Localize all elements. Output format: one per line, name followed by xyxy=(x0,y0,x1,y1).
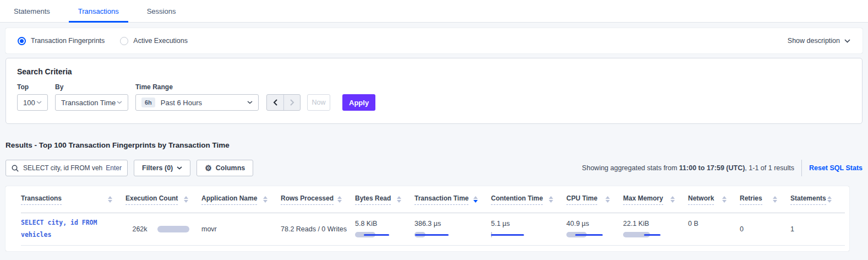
apply-button[interactable]: Apply xyxy=(342,94,375,111)
filters-button[interactable]: Filters (0) xyxy=(134,160,190,176)
cell-application-name: movr xyxy=(201,213,281,245)
column-header-transactions[interactable]: Transactions xyxy=(21,186,125,213)
max-memory-bar xyxy=(623,231,663,238)
chevron-down-icon xyxy=(247,101,253,104)
column-header-rows-processed[interactable]: Rows Processed xyxy=(281,186,355,213)
cell-bytes-read: 5.8 KiB xyxy=(355,213,414,245)
column-header-max-memory[interactable]: Max Memory xyxy=(623,186,688,213)
page-content: Transaction Fingerprints Active Executio… xyxy=(0,28,868,251)
next-time-range-button[interactable] xyxy=(283,95,300,110)
reset-sql-stats-link[interactable]: Reset SQL Stats xyxy=(809,164,862,172)
search-icon xyxy=(12,165,19,172)
time-range-pager xyxy=(266,94,301,111)
sort-icon[interactable] xyxy=(827,196,832,203)
transactions-table: Transactions Execution Count Application… xyxy=(6,186,849,251)
cell-execution-count: 262k xyxy=(125,213,201,245)
tab-statements[interactable]: Statements xyxy=(9,0,55,22)
chevron-down-icon xyxy=(177,166,182,170)
column-header-statements[interactable]: Statements xyxy=(790,186,845,213)
gear-icon: ⚙ xyxy=(205,164,212,172)
sort-icon[interactable] xyxy=(670,196,675,203)
search-input-value: SELECT city, id FROM vehicles W xyxy=(23,164,102,172)
cell-cpu-time: 40.9 µs xyxy=(566,213,623,245)
sort-icon[interactable] xyxy=(337,196,342,203)
chevron-left-icon xyxy=(273,99,277,106)
cell-transaction-time: 386.3 µs xyxy=(414,213,491,245)
sort-icon[interactable] xyxy=(108,196,112,203)
top-select[interactable]: 100 xyxy=(17,94,48,111)
divider xyxy=(801,160,802,176)
columns-button[interactable]: ⚙ Columns xyxy=(196,160,253,176)
sort-icon[interactable] xyxy=(549,196,553,203)
radio-active-executions[interactable]: Active Executions xyxy=(120,37,188,45)
cpu-time-bar xyxy=(566,231,606,238)
radio-unselected-icon xyxy=(120,37,128,45)
cell-retries: 0 xyxy=(740,213,790,245)
results-heading: Results - Top 100 Transaction Fingerprin… xyxy=(6,141,862,149)
results-controls-row: SELECT city, id FROM vehicles W Enter Fi… xyxy=(6,160,862,176)
transaction-time-bar xyxy=(414,231,454,238)
cell-network: 0 B xyxy=(688,213,740,245)
top-label: Top xyxy=(17,83,48,91)
sort-icon[interactable] xyxy=(473,196,478,203)
sort-icon[interactable] xyxy=(773,196,777,203)
column-header-retries[interactable]: Retries xyxy=(740,186,790,213)
bytes-read-bar xyxy=(355,231,395,238)
column-header-contention-time[interactable]: Contention Time xyxy=(491,186,566,213)
time-range-select[interactable]: 6h Past 6 Hours xyxy=(135,94,259,111)
column-header-transaction-time[interactable]: Transaction Time xyxy=(414,186,491,213)
sort-icon[interactable] xyxy=(605,196,610,203)
aggregated-stats-text: Showing aggregated stats from 11:00 to 1… xyxy=(582,164,794,172)
by-label: By xyxy=(55,83,128,91)
by-select[interactable]: Transaction Time xyxy=(55,94,128,111)
column-header-cpu-time[interactable]: CPU Time xyxy=(566,186,623,213)
contention-time-bar xyxy=(491,231,531,238)
table-row: SELECT city, id FROM vehicles 262k movr … xyxy=(21,213,845,246)
search-criteria-card: Search Criteria Top 100 By Transaction T… xyxy=(6,58,862,124)
now-button[interactable]: Now xyxy=(307,94,330,111)
radio-transaction-fingerprints[interactable]: Transaction Fingerprints xyxy=(18,37,105,45)
chevron-down-icon xyxy=(844,39,850,43)
tab-transactions[interactable]: Transactions xyxy=(73,0,124,22)
cell-rows-processed: 78.2 Reads / 0 Writes xyxy=(281,213,355,245)
show-description-toggle[interactable]: Show description xyxy=(788,37,850,45)
table-header-row: Transactions Execution Count Application… xyxy=(21,186,845,213)
transaction-fingerprint-link[interactable]: SELECT city, id FROM vehicles xyxy=(21,217,116,241)
search-criteria-title: Search Criteria xyxy=(17,67,851,76)
chevron-down-icon xyxy=(117,101,122,104)
search-input[interactable]: SELECT city, id FROM vehicles W Enter xyxy=(6,160,128,176)
execution-count-bar xyxy=(157,226,189,232)
sort-icon[interactable] xyxy=(263,196,268,203)
enter-hint: Enter xyxy=(106,164,122,172)
sort-icon[interactable] xyxy=(184,196,188,203)
radio-selected-icon xyxy=(18,37,26,45)
cell-statements: 1 xyxy=(790,213,845,245)
previous-time-range-button[interactable] xyxy=(267,95,283,110)
view-toggle-bar: Transaction Fingerprints Active Executio… xyxy=(6,28,862,53)
time-range-badge: 6h xyxy=(141,98,155,107)
column-header-bytes-read[interactable]: Bytes Read xyxy=(355,186,414,213)
cell-max-memory: 22.1 KiB xyxy=(623,213,688,245)
tab-sessions[interactable]: Sessions xyxy=(142,0,181,22)
column-header-application-name[interactable]: Application Name xyxy=(201,186,281,213)
time-range-label: Time Range xyxy=(135,83,259,91)
chevron-right-icon xyxy=(290,99,294,106)
chevron-down-icon xyxy=(36,101,42,104)
cell-transactions: SELECT city, id FROM vehicles xyxy=(21,213,125,245)
sort-icon[interactable] xyxy=(397,196,401,203)
cell-contention-time: 5.1 µs xyxy=(491,213,566,245)
sort-icon[interactable] xyxy=(722,196,727,203)
page-tabs: Statements Transactions Sessions xyxy=(0,0,868,23)
column-header-network[interactable]: Network xyxy=(688,186,740,213)
column-header-execution-count[interactable]: Execution Count xyxy=(125,186,201,213)
